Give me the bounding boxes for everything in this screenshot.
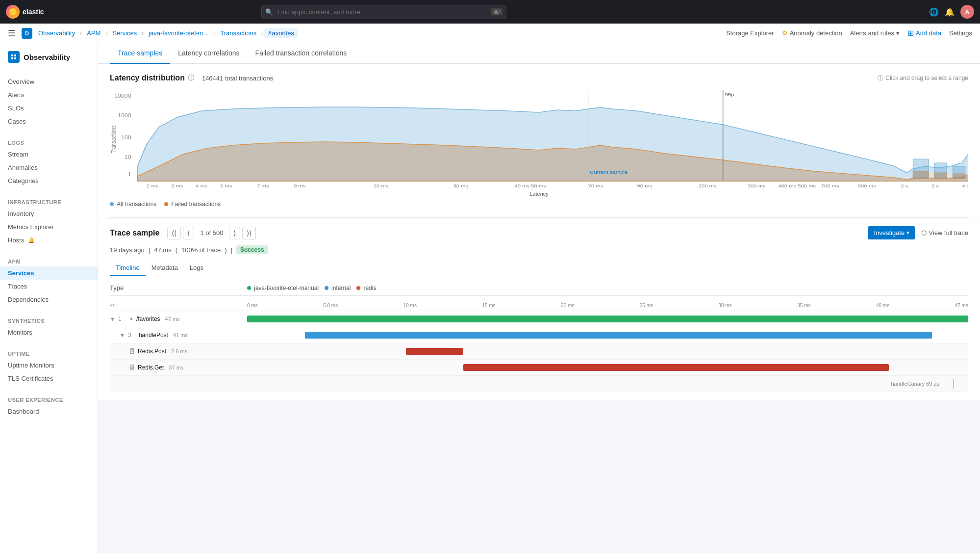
sidebar-item-cases[interactable]: Cases (0, 115, 98, 128)
row-time-handlepost: 41 ms (173, 332, 188, 338)
java-color-dot (247, 286, 251, 290)
trace-tab-timeline[interactable]: Timeline (110, 260, 146, 276)
svg-text:7 ms: 7 ms (257, 184, 269, 188)
table-row[interactable]: handleCanary 69 µs (110, 376, 968, 392)
table-row[interactable]: 🗄 Redis.Post 2.6 ms (110, 343, 968, 360)
status-badge: Success (236, 245, 268, 254)
globe-icon[interactable]: 🌐 (929, 7, 939, 17)
avatar[interactable]: A (960, 5, 974, 19)
hamburger-menu[interactable]: ☰ (8, 28, 16, 39)
nav-last-button[interactable]: ⟩⟩ (242, 227, 256, 239)
tab-latency-correlations[interactable]: Latency correlations (170, 43, 247, 64)
bell-icon[interactable]: 🔔 (945, 7, 955, 17)
sidebar-item-stream[interactable]: Stream (0, 148, 98, 161)
sidebar-infra-section: Infrastructure Inventory Metrics Explore… (0, 191, 98, 251)
timeline-header: Type java-favorite-otel-manual internal (110, 282, 968, 296)
elastic-logo[interactable]: 🟡 elastic (6, 5, 44, 19)
sidebar-synthetics-label: Synthetics (0, 314, 98, 326)
row-name-redis-get: Redis.Get (138, 364, 164, 371)
ruler-5ms: 5.0 ms (323, 303, 338, 308)
collapse-3-button[interactable]: ▼ (120, 332, 125, 338)
sidebar-item-slos[interactable]: SLOs (0, 102, 98, 115)
sidebar-item-metrics-explorer[interactable]: Metrics Explorer (0, 220, 98, 234)
search-input[interactable] (261, 5, 506, 19)
svg-text:10000: 10000 (114, 93, 131, 99)
add-data-button[interactable]: ⊞ Add data (907, 28, 941, 38)
d-badge[interactable]: D (22, 28, 32, 39)
anomaly-detection-link[interactable]: ⚙ Anomaly detection (782, 29, 842, 37)
timeline-ruler: 0 ms 5.0 ms 10 ms 15 ms 20 ms 25 ms 30 m… (247, 303, 968, 308)
svg-text:Transactions: Transactions (110, 125, 117, 153)
sidebar-item-inventory[interactable]: Inventory (0, 207, 98, 220)
topbar: 🟡 elastic 🔍 ⌘/ 🌐 🔔 A (0, 0, 980, 24)
svg-text:900 ms: 900 ms (858, 184, 876, 188)
sidebar-title: Observability (24, 53, 70, 61)
row-time-redis-post: 2.6 ms (171, 348, 187, 354)
svg-text:4 ms: 4 ms (196, 184, 207, 188)
table-row[interactable]: 🗄 Redis.Get 37 ms (110, 360, 968, 376)
legend-all-transactions: All transactions (110, 201, 156, 208)
sidebar-item-anomalies[interactable]: Anomalies (0, 161, 98, 174)
chart-legend: All transactions Failed transactions (110, 201, 968, 208)
nav-first-button[interactable]: ⟨⟨ (167, 227, 181, 239)
sidebar-item-dependencies[interactable]: Dependencies (0, 293, 98, 306)
investigate-button[interactable]: Investigate ▾ (868, 226, 915, 239)
legend-dot-orange (164, 202, 168, 206)
table-row[interactable]: ▼ 3 handlePost 41 ms (110, 327, 968, 343)
trace-tab-metadata[interactable]: Metadata (146, 260, 184, 276)
sidebar-item-categories[interactable]: Categories (0, 174, 98, 187)
breadcrumb-service-name[interactable]: java-favorite-otel-m... (145, 28, 212, 38)
breadcrumb-services[interactable]: Services (108, 28, 141, 38)
sidebar-item-monitors[interactable]: Monitors (0, 326, 98, 339)
nav-next-button[interactable]: ⟩ (229, 227, 240, 239)
row-bar-handlepost (247, 329, 968, 341)
alerts-and-rules-link[interactable]: Alerts and rules ▾ (850, 29, 900, 37)
breadcrumb-favorites[interactable]: /favorites (264, 28, 298, 38)
breadcrumb-apm[interactable]: APM (83, 28, 104, 38)
trace-actions: Investigate ▾ ⬡ View full trace (868, 226, 968, 239)
handlecanary-label: handleCanary 69 µs (891, 381, 939, 387)
ruler-40ms: 40 ms (876, 303, 889, 308)
breadcrumb-observability[interactable]: Observability (34, 28, 79, 38)
chart-wrapper[interactable]: 10000 1000 100 10 1 Transactions (110, 90, 968, 197)
collapse-1-button[interactable]: ▼ (110, 316, 115, 322)
sidebar-logs-section: Logs Stream Anomalies Categories (0, 132, 98, 191)
sidebar-item-traces[interactable]: Traces (0, 280, 98, 293)
sidebar-item-overview[interactable]: Overview (0, 75, 98, 88)
view-full-trace-button[interactable]: ⬡ View full trace (921, 229, 968, 237)
row-name-favorites: /favorites (136, 316, 160, 322)
legend-label-failed: Failed transactions (171, 201, 221, 208)
row-label-redis-post: 🗄 Redis.Post 2.6 ms (110, 348, 247, 355)
svg-text:700 ms: 700 ms (821, 184, 839, 188)
ruler-left-spacer: ⇔ (110, 302, 247, 309)
storage-explorer-link[interactable]: Storage Explorer (726, 29, 774, 37)
latency-chart[interactable]: 10000 1000 100 10 1 Transactions (110, 90, 968, 188)
nav-prev-button[interactable]: ⟨ (183, 227, 194, 239)
sidebar-item-hosts[interactable]: Hosts 🔔 (0, 234, 98, 247)
sidebar-item-tls[interactable]: TLS Certificates (0, 372, 98, 385)
gear-icon: ⚙ (782, 29, 788, 37)
row-name-redis-post: Redis.Post (138, 348, 166, 355)
sidebar-item-alerts[interactable]: Alerts (0, 88, 98, 102)
settings-link[interactable]: Settings (949, 29, 972, 37)
sidebar-logs-label: Logs (0, 136, 98, 148)
trace-time-ago: 19 days ago (110, 246, 145, 254)
trace-tab-logs[interactable]: Logs (184, 260, 209, 276)
svg-rect-16 (934, 173, 947, 179)
sidebar-item-services[interactable]: Services (0, 266, 98, 280)
sidebar-item-dashboard[interactable]: Dashboard (0, 405, 98, 418)
info-icon[interactable]: ⓘ (188, 74, 194, 82)
breadcrumb-transactions[interactable]: Transactions (216, 28, 260, 38)
svg-rect-2 (11, 57, 13, 59)
tab-trace-samples[interactable]: Trace samples (110, 43, 170, 64)
resize-icon[interactable]: ⇔ (110, 302, 115, 309)
internal-color-dot (325, 286, 328, 290)
sidebar-item-uptime-monitors[interactable]: Uptime Monitors (0, 359, 98, 372)
legend-failed-transactions: Failed transactions (164, 201, 221, 208)
tab-failed-correlations[interactable]: Failed transaction correlations (248, 43, 355, 64)
svg-text:100: 100 (121, 135, 131, 140)
table-row[interactable]: ▼ 1 ✦ /favorites 47 ms (110, 311, 968, 327)
row-bar-redis-post (247, 345, 968, 357)
timeline-legend: java-favorite-otel-manual internal redis (247, 285, 376, 291)
svg-text:1000: 1000 (118, 113, 131, 118)
